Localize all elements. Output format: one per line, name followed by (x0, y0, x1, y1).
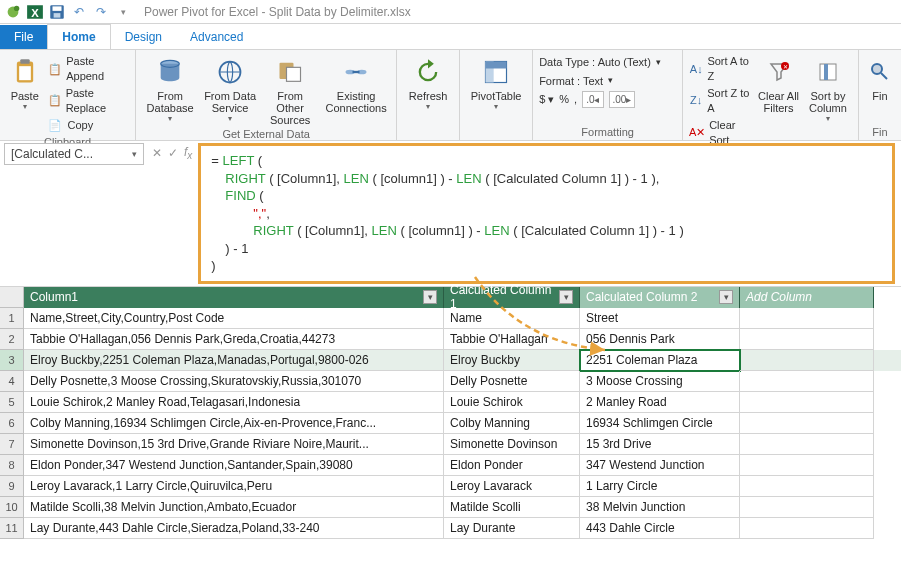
col-header-add[interactable]: Add Column (740, 287, 874, 308)
tab-file[interactable]: File (0, 25, 47, 49)
cancel-formula-icon[interactable]: ✕ (152, 146, 162, 160)
accept-formula-icon[interactable]: ✓ (168, 146, 178, 160)
cell[interactable] (740, 371, 874, 392)
cell[interactable]: Tabbie O'Hallagan (444, 329, 580, 350)
row-header[interactable]: 6 (0, 413, 23, 434)
cell[interactable]: Eldon Ponder,347 Westend Junction,Santan… (24, 455, 444, 476)
cell[interactable]: Delly Posnette,3 Moose Crossing,Skuratov… (24, 371, 444, 392)
filter-dropdown-icon[interactable]: ▾ (719, 290, 733, 304)
cell[interactable]: 056 Dennis Park (580, 329, 740, 350)
paste-replace-button[interactable]: 📋Paste Replace (47, 86, 129, 117)
row-header[interactable]: 10 (0, 497, 23, 518)
cell[interactable] (740, 518, 874, 539)
row-header[interactable]: 9 (0, 476, 23, 497)
col-header-calc1[interactable]: Calculated Column 1▾ (444, 287, 580, 308)
cell[interactable]: Eldon Ponder (444, 455, 580, 476)
cell[interactable]: Louie Schirok (444, 392, 580, 413)
existing-connections-button[interactable]: Existing Connections (322, 54, 390, 114)
select-all-corner[interactable] (0, 287, 23, 308)
from-other-sources-button[interactable]: From Other Sources (262, 54, 318, 126)
name-box[interactable]: [Calculated C... ▾ (4, 143, 144, 165)
cell[interactable]: Matilde Scolli (444, 497, 580, 518)
cell[interactable]: Name (444, 308, 580, 329)
comma-button[interactable]: , (574, 91, 577, 108)
qat-dropdown-icon[interactable]: ▾ (114, 3, 132, 21)
row-header[interactable]: 3 (0, 350, 23, 371)
decrease-decimal-button[interactable]: .00▸ (609, 91, 636, 108)
currency-button[interactable]: $ ▾ (539, 91, 554, 108)
cell[interactable]: 16934 Schlimgen Circle (580, 413, 740, 434)
save-icon[interactable] (48, 3, 66, 21)
table-row: Louie Schirok,2 Manley Road,Telagasari,I… (24, 392, 901, 413)
undo-icon[interactable]: ↶ (70, 3, 88, 21)
cell[interactable]: 2 Manley Road (580, 392, 740, 413)
data-type-selector[interactable]: Data Type : Auto (Text)▾ (539, 54, 661, 71)
cell[interactable]: Matilde Scolli,38 Melvin Junction,Ambato… (24, 497, 444, 518)
sort-za-button[interactable]: Z↓Sort Z to A (689, 86, 753, 117)
row-header[interactable]: 4 (0, 371, 23, 392)
find-button[interactable]: Fin (865, 54, 895, 102)
cell[interactable]: 3 Moose Crossing (580, 371, 740, 392)
sort-by-column-button[interactable]: Sort by Column▾ (804, 54, 852, 123)
cell[interactable]: Simonette Dovinson,15 3rd Drive,Grande R… (24, 434, 444, 455)
cell[interactable]: 2251 Coleman Plaza (580, 350, 740, 371)
cell[interactable] (740, 497, 874, 518)
from-database-button[interactable]: From Database▾ (142, 54, 198, 123)
percent-button[interactable]: % (559, 91, 569, 108)
fx-icon[interactable]: fx (184, 145, 192, 161)
cell[interactable]: 38 Melvin Junction (580, 497, 740, 518)
from-data-service-button[interactable]: From Data Service▾ (202, 54, 258, 123)
cell[interactable]: Delly Posnette (444, 371, 580, 392)
cell[interactable] (740, 350, 874, 371)
paste-append-button[interactable]: 📋Paste Append (47, 54, 129, 85)
cell[interactable]: Louie Schirok,2 Manley Road,Telagasari,I… (24, 392, 444, 413)
cell[interactable]: Street (580, 308, 740, 329)
refresh-button[interactable]: Refresh▾ (403, 54, 453, 111)
cell[interactable]: Colby Manning,16934 Schlimgen Circle,Aix… (24, 413, 444, 434)
tab-design[interactable]: Design (111, 25, 176, 49)
col-header-column1[interactable]: Column1▾ (24, 287, 444, 308)
cell[interactable]: Tabbie O'Hallagan,056 Dennis Park,Greda,… (24, 329, 444, 350)
cell[interactable] (740, 329, 874, 350)
cell[interactable]: Elroy Buckby,2251 Coleman Plaza,Manadas,… (24, 350, 444, 371)
cell[interactable] (740, 455, 874, 476)
sort-az-button[interactable]: A↓Sort A to Z (689, 54, 753, 85)
row-header[interactable]: 8 (0, 455, 23, 476)
cell[interactable]: 443 Dahle Circle (580, 518, 740, 539)
cell[interactable] (740, 434, 874, 455)
cell[interactable]: Colby Manning (444, 413, 580, 434)
paste-button[interactable]: Paste ▾ (6, 54, 43, 111)
cell[interactable]: Lay Durante (444, 518, 580, 539)
cell[interactable] (740, 476, 874, 497)
filter-dropdown-icon[interactable]: ▾ (559, 290, 573, 304)
tab-home[interactable]: Home (47, 24, 110, 49)
formula-input[interactable]: = LEFT ( RIGHT ( [Column1], LEN ( [colum… (198, 143, 895, 284)
row-header[interactable]: 7 (0, 434, 23, 455)
increase-decimal-button[interactable]: .0◂ (582, 91, 603, 108)
clear-filters-button[interactable]: ✕Clear All Filters (757, 54, 800, 114)
cell[interactable]: Lay Durante,443 Dahle Circle,Sieradza,Po… (24, 518, 444, 539)
cell[interactable]: Leroy Lavarack,1 Larry Circle,Quiruvilca… (24, 476, 444, 497)
cell[interactable]: 1 Larry Circle (580, 476, 740, 497)
copy-button[interactable]: 📄Copy (47, 118, 129, 134)
svg-rect-6 (54, 13, 61, 18)
cell[interactable]: 347 Westend Junction (580, 455, 740, 476)
row-header[interactable]: 11 (0, 518, 23, 539)
pivottable-button[interactable]: PivotTable▾ (466, 54, 526, 111)
cell[interactable]: Elroy Buckby (444, 350, 580, 371)
cell[interactable]: Simonette Dovinson (444, 434, 580, 455)
row-header[interactable]: 1 (0, 308, 23, 329)
cell[interactable] (740, 308, 874, 329)
cell[interactable]: Name,Street,City,Country,Post Code (24, 308, 444, 329)
row-header[interactable]: 2 (0, 329, 23, 350)
filter-dropdown-icon[interactable]: ▾ (423, 290, 437, 304)
cell[interactable] (740, 413, 874, 434)
redo-icon[interactable]: ↷ (92, 3, 110, 21)
cell[interactable]: 15 3rd Drive (580, 434, 740, 455)
col-header-calc2[interactable]: Calculated Column 2▾ (580, 287, 740, 308)
cell[interactable] (740, 392, 874, 413)
cell[interactable]: Leroy Lavarack (444, 476, 580, 497)
tab-advanced[interactable]: Advanced (176, 25, 257, 49)
format-selector[interactable]: Format : Text▾ (539, 73, 613, 90)
row-header[interactable]: 5 (0, 392, 23, 413)
